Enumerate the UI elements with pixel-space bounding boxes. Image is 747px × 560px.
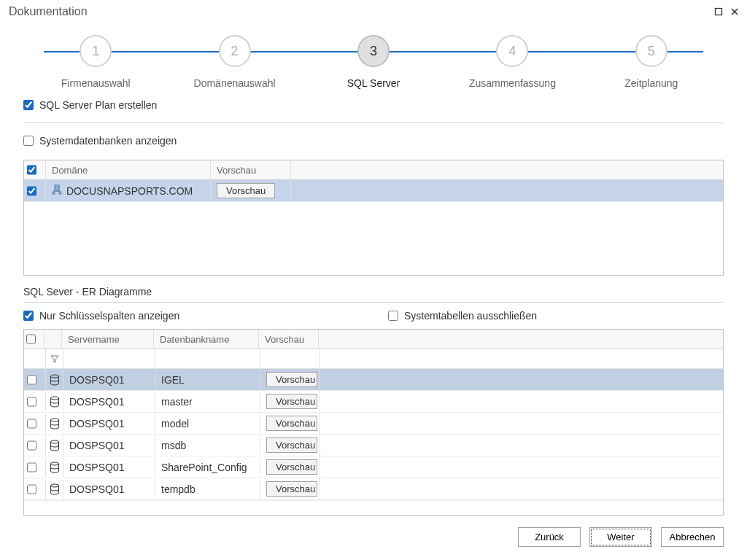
filter-icon[interactable] xyxy=(46,349,63,368)
wizard-step-number: 5 xyxy=(635,35,667,67)
table-header: Domäne Vorschau xyxy=(24,160,723,180)
svg-point-7 xyxy=(50,484,58,487)
filter-preview[interactable] xyxy=(260,349,320,368)
header-server[interactable]: Servername xyxy=(62,330,154,349)
checkbox-show-sysdb-label: Systemdatenbanken anzeigen xyxy=(39,135,177,147)
checkbox-create-plan-label: SQL Server Plan erstellen xyxy=(39,99,157,111)
database-name: msdb xyxy=(155,436,260,455)
back-button[interactable]: Zurück xyxy=(518,527,581,547)
svg-rect-0 xyxy=(716,9,722,15)
wizard-step-label: Domänenauswahl xyxy=(194,77,276,89)
preview-button[interactable]: Vorschau xyxy=(266,394,317,409)
table-row[interactable]: DOSPSQ01msdbVorschau xyxy=(24,435,723,456)
wizard-step-number: 1 xyxy=(80,35,112,67)
preview-button[interactable]: Vorschau xyxy=(266,416,317,431)
svg-point-2 xyxy=(50,375,58,378)
footer-buttons: Zurück Weiter Abbrechen xyxy=(0,517,747,560)
titlebar: Dokumentation xyxy=(0,0,747,23)
row-checkbox[interactable] xyxy=(27,397,36,407)
wizard-step-label: Zeitplanung xyxy=(624,77,678,89)
database-icon xyxy=(46,414,63,433)
wizard-step-2[interactable]: 2 Domänenauswahl xyxy=(165,35,303,89)
wizard-step-number: 3 xyxy=(357,35,390,67)
row-checkbox[interactable] xyxy=(27,484,36,494)
divider xyxy=(23,302,724,303)
preview-button[interactable]: Vorschau xyxy=(266,438,317,453)
wizard-step-label: Zusammenfassung xyxy=(469,77,556,89)
table-row[interactable]: DOSPSQ01tempdbVorschau xyxy=(24,478,723,500)
server-name: DOSPSQ01 xyxy=(63,414,155,433)
wizard-steps: 1 Firmenauswahl 2 Domänenauswahl 3 SQL S… xyxy=(0,23,747,99)
wizard-step-label: Firmenauswahl xyxy=(61,77,131,89)
checkbox-keycols-label: Nur Schlüsselspalten anzeigen xyxy=(39,310,179,322)
filter-server[interactable] xyxy=(63,349,155,368)
preview-button[interactable]: Vorschau xyxy=(266,372,317,387)
wizard-step-number: 2 xyxy=(219,35,251,67)
database-name: model xyxy=(155,414,260,433)
server-name: DOSPSQ01 xyxy=(63,370,155,389)
database-name: SharePoint_Config xyxy=(155,458,260,477)
table-row[interactable]: DOSPSQ01modelVorschau xyxy=(24,413,723,435)
table-row[interactable]: DOSPSQ01SharePoint_ConfigVorschau xyxy=(24,456,723,478)
select-all-checkbox[interactable] xyxy=(27,165,36,175)
checkbox-show-sysdb[interactable]: Systemdatenbanken anzeigen xyxy=(23,135,724,147)
wizard-step-number: 4 xyxy=(496,35,528,67)
database-table: Servername Datenbankname Vorschau DOSPSQ… xyxy=(23,329,724,516)
divider xyxy=(23,122,724,123)
database-name: tempdb xyxy=(155,480,260,499)
domain-name: DOCUSNAPSPORTS.COM xyxy=(66,185,193,197)
domain-table: Domäne Vorschau DOCUSNAPSPORTS.COM Vorsc… xyxy=(23,160,724,276)
checkbox-keycols-input[interactable] xyxy=(23,311,34,321)
checkbox-keycols[interactable]: Nur Schlüsselspalten anzeigen xyxy=(23,310,359,322)
checkbox-systables-label: Systemtabellen ausschließen xyxy=(404,310,537,322)
header-icon-col xyxy=(44,330,62,349)
server-name: DOSPSQ01 xyxy=(63,458,155,477)
domain-icon xyxy=(52,184,62,197)
server-name: DOSPSQ01 xyxy=(63,392,155,411)
database-icon xyxy=(46,392,63,411)
table-filter-row xyxy=(24,349,723,369)
section-title-er: SQL Sever - ER Diagramme xyxy=(23,286,724,298)
maximize-icon[interactable] xyxy=(711,4,727,20)
preview-button[interactable]: Vorschau xyxy=(266,459,317,475)
database-icon xyxy=(46,370,63,389)
row-checkbox[interactable] xyxy=(27,375,36,385)
wizard-step-3[interactable]: 3 SQL Server xyxy=(304,35,443,89)
checkbox-show-sysdb-input[interactable] xyxy=(23,136,34,146)
server-name: DOSPSQ01 xyxy=(63,480,155,499)
header-db[interactable]: Datenbankname xyxy=(154,330,259,349)
row-checkbox[interactable] xyxy=(27,462,36,472)
checkbox-create-plan[interactable]: SQL Server Plan erstellen xyxy=(23,99,724,111)
checkbox-systables[interactable]: Systemtabellen ausschließen xyxy=(388,310,724,322)
row-checkbox[interactable] xyxy=(27,186,36,196)
preview-button[interactable]: Vorschau xyxy=(266,481,317,497)
table-row[interactable]: DOSPSQ01IGELVorschau xyxy=(24,369,723,391)
wizard-step-4[interactable]: 4 Zusammenfassung xyxy=(443,35,581,89)
filter-db[interactable] xyxy=(155,349,260,368)
cancel-button[interactable]: Abbrechen xyxy=(661,527,724,547)
database-icon xyxy=(46,480,63,499)
preview-button[interactable]: Vorschau xyxy=(217,183,275,198)
checkbox-create-plan-input[interactable] xyxy=(23,100,34,110)
header-spacer xyxy=(291,160,723,179)
header-spacer xyxy=(319,330,723,349)
table-row[interactable]: DOCUSNAPSPORTS.COM Vorschau xyxy=(24,180,723,202)
database-name: master xyxy=(155,392,260,411)
header-preview[interactable]: Vorschau xyxy=(259,330,319,349)
wizard-step-1[interactable]: 1 Firmenauswahl xyxy=(26,35,165,89)
next-button[interactable]: Weiter xyxy=(589,527,652,547)
database-icon xyxy=(46,458,63,477)
header-preview[interactable]: Vorschau xyxy=(211,160,291,179)
close-icon[interactable] xyxy=(727,4,743,20)
svg-point-5 xyxy=(50,440,58,443)
wizard-step-label: SQL Server xyxy=(347,77,400,89)
svg-point-3 xyxy=(50,397,58,400)
table-row[interactable]: DOSPSQ01masterVorschau xyxy=(24,391,723,413)
row-checkbox[interactable] xyxy=(27,440,36,451)
checkbox-systables-input[interactable] xyxy=(388,311,398,321)
header-domain[interactable]: Domäne xyxy=(46,160,211,179)
wizard-step-5[interactable]: 5 Zeitplanung xyxy=(582,35,721,89)
row-checkbox[interactable] xyxy=(27,419,36,429)
select-all-checkbox[interactable] xyxy=(26,334,36,344)
server-name: DOSPSQ01 xyxy=(63,436,155,455)
